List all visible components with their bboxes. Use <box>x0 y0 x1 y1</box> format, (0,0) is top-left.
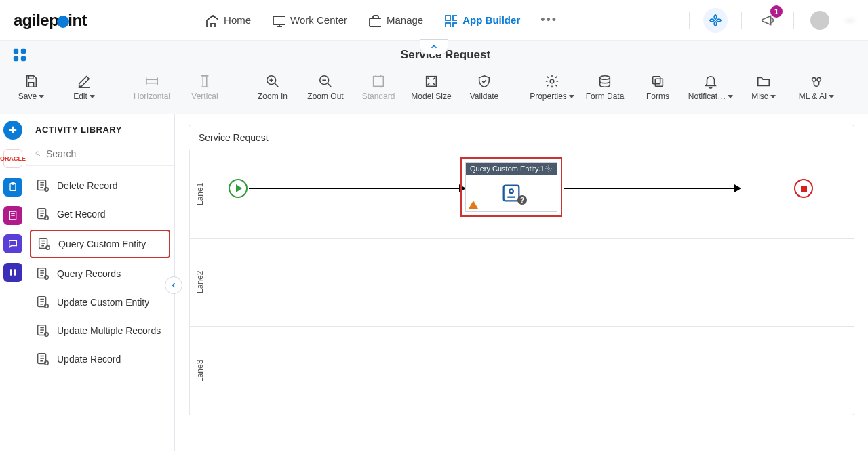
svg-rect-11 <box>203 76 207 87</box>
nav-app-builder[interactable]: App Builder <box>443 14 520 27</box>
main-area: + ORACLE ACTIVITY LIBRARY Delete Record … <box>0 114 868 451</box>
toolbar-label: Horizontal <box>134 91 170 101</box>
activity-list: Delete Record Get Record Query Custom En… <box>26 166 174 379</box>
pause-icon <box>7 267 18 278</box>
canvas-card: Service Request Lane1 Query Custom Entit… <box>189 125 854 415</box>
svg-point-42 <box>548 168 550 170</box>
sidebar-title: ACTIVITY LIBRARY <box>26 114 174 142</box>
grid-icon <box>443 14 457 27</box>
sidebar-search[interactable] <box>26 142 174 166</box>
lanes: Lane1 Query Custom Entity.1 ? <box>189 150 854 415</box>
toolbar-zin[interactable]: Zoom In <box>248 68 297 107</box>
chevron-down-icon <box>770 95 776 98</box>
dock-oracle[interactable]: ORACLE <box>3 149 22 168</box>
chevron-down-icon <box>90 95 95 98</box>
notifications-button[interactable]: 1 <box>755 8 780 33</box>
svg-rect-25 <box>10 269 12 275</box>
dock-document[interactable] <box>3 206 22 225</box>
separator <box>741 12 742 29</box>
activity-item[interactable]: Get Record <box>26 200 174 228</box>
svg-rect-0 <box>273 16 285 24</box>
add-activity-button[interactable]: + <box>3 121 22 140</box>
activity-label: Query Custom Entity <box>58 239 146 249</box>
sidebar-collapse-button[interactable] <box>165 276 182 294</box>
lane: Lane1 Query Custom Entity.1 ? <box>189 150 854 239</box>
svg-rect-8 <box>14 56 18 61</box>
toolbar-label: Notificat… <box>688 91 726 101</box>
toolbar-label: Misc <box>751 91 768 101</box>
dock-clipboard[interactable] <box>3 178 22 197</box>
collapse-header-button[interactable] <box>420 39 448 54</box>
toolbar-misc[interactable]: Misc <box>739 68 788 107</box>
activity-icon <box>35 207 50 222</box>
toolbar-zout[interactable]: Zoom Out <box>301 68 350 107</box>
toolbar-vert: Vertical <box>180 68 229 107</box>
toolbar-label: Edit <box>73 91 87 101</box>
search-input[interactable] <box>46 148 165 159</box>
lane: Lane2 <box>189 239 854 327</box>
activity-item[interactable]: Delete Record <box>26 171 174 200</box>
activity-title: Query Custom Entity.1 <box>470 165 545 173</box>
chevron-up-icon <box>429 42 439 51</box>
gear-icon[interactable] <box>545 165 553 173</box>
toolbar-horiz: Horizontal <box>127 68 176 107</box>
lane-label: Lane1 <box>189 150 210 238</box>
toolbar-label: Zoom Out <box>307 91 343 101</box>
lane-label: Lane3 <box>189 327 210 415</box>
start-node[interactable] <box>229 179 248 198</box>
chevron-left-icon <box>170 281 178 289</box>
toolbar-label: Forms <box>646 91 669 101</box>
toolbar-save[interactable]: Save <box>7 68 56 107</box>
modules-icon[interactable] <box>12 47 27 62</box>
activity-node[interactable]: Query Custom Entity.1 ? <box>460 157 562 217</box>
activity-item[interactable]: Query Custom Entity <box>30 230 170 258</box>
activity-icon <box>35 352 50 367</box>
svg-point-21 <box>817 78 821 82</box>
toolbar-notif[interactable]: Notificat… <box>686 68 735 107</box>
activity-icon <box>35 323 50 338</box>
lane-body[interactable] <box>210 327 854 415</box>
activity-item[interactable]: Query Records <box>26 260 174 288</box>
copilot-button[interactable] <box>703 8 728 33</box>
toolbar-prop[interactable]: Properties <box>528 68 576 107</box>
toolbar-label: Properties <box>530 91 567 101</box>
save-icon <box>24 74 39 89</box>
toolbar-edit[interactable]: Edit <box>60 68 108 107</box>
user-menu[interactable] <box>808 8 832 33</box>
activity-icon <box>35 295 50 310</box>
lane-body[interactable]: Query Custom Entity.1 ? <box>210 150 854 238</box>
activity-icon <box>37 236 52 251</box>
svg-point-27 <box>36 152 39 155</box>
logo: agilep int <box>14 11 87 30</box>
svg-rect-4 <box>446 23 450 27</box>
activity-item[interactable]: Update Record <box>26 345 174 373</box>
nav-label: Manage <box>387 14 423 26</box>
db-icon <box>597 74 612 89</box>
activity-item[interactable]: Update Multiple Records <box>26 316 174 345</box>
connector <box>249 188 460 189</box>
chat-icon <box>7 239 18 249</box>
nav-more[interactable]: ••• <box>540 13 557 27</box>
toolbar-val[interactable]: Validate <box>460 68 509 107</box>
avatar-icon <box>810 11 829 30</box>
dock-pause[interactable] <box>3 263 22 282</box>
lane-body[interactable] <box>210 239 854 326</box>
toolbar-label: Vertical <box>191 91 218 101</box>
activity-item[interactable]: Update Custom Entity <box>26 288 174 316</box>
end-node[interactable] <box>794 179 813 198</box>
toolbar-fdata[interactable]: Form Data <box>580 68 629 107</box>
folder-icon <box>756 74 771 89</box>
toolbar-msize[interactable]: Model Size <box>407 68 456 107</box>
svg-rect-18 <box>655 79 663 86</box>
nav-home[interactable]: Home <box>205 14 251 27</box>
chevron-down-icon <box>569 95 574 98</box>
lane: Lane3 <box>189 327 854 415</box>
toolbar-forms[interactable]: Forms <box>633 68 682 107</box>
help-icon: ? <box>517 195 527 205</box>
svg-rect-5 <box>453 23 457 27</box>
nav-manage[interactable]: Manage <box>368 14 423 27</box>
toolbar-label: Standard <box>362 91 395 101</box>
dock-chat[interactable] <box>3 234 22 253</box>
nav-work-center[interactable]: Work Center <box>271 14 347 27</box>
toolbar-mlai[interactable]: ML & AI <box>792 68 841 107</box>
